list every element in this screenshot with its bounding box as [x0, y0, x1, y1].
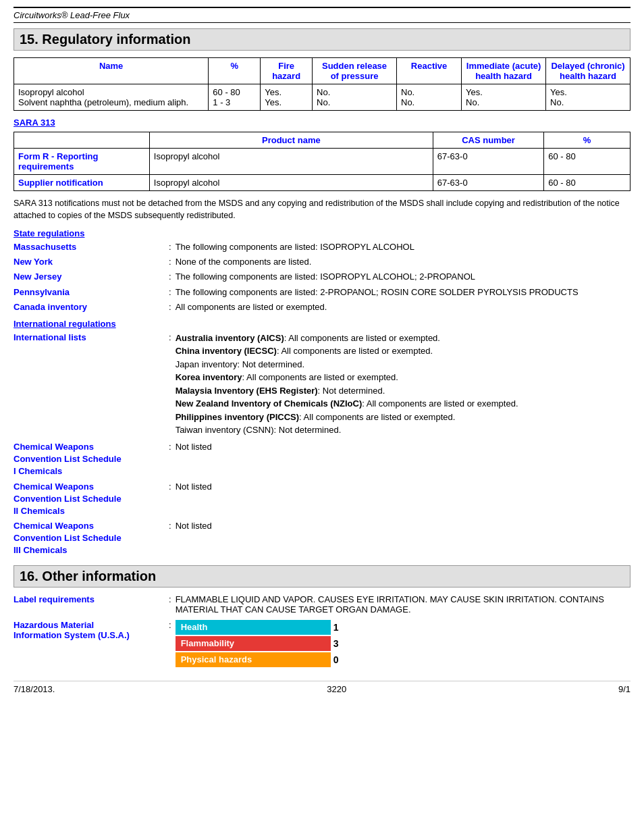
- col-fire: Fire hazard: [261, 58, 313, 84]
- label-req-row: Label requirements : FLAMMABLE LIQUID AN…: [14, 594, 630, 615]
- sara-table: Product name CAS number % Form R - Repor…: [14, 132, 630, 191]
- sara-label-formr: Form R - Reporting requirements: [14, 149, 150, 175]
- sara-col-label: [14, 132, 150, 149]
- state-value-newjersey: The following components are listed: ISO…: [176, 271, 630, 283]
- cell-percent: 60 - 801 - 3: [209, 84, 261, 111]
- sara-percent-supplier: 60 - 80: [544, 175, 630, 191]
- intl-lists-value: Australia inventory (AICS): All componen…: [176, 332, 630, 437]
- state-row-massachusetts: Massachusetts : The following components…: [14, 241, 630, 253]
- state-row-newyork: New York : None of the components are li…: [14, 256, 630, 268]
- footer: 7/18/2013. 3220 9/1: [14, 681, 630, 694]
- state-value-newyork: None of the components are listed.: [176, 256, 630, 268]
- sara-note: SARA 313 notifications must not be detac…: [14, 198, 630, 221]
- cwc-value-2: Not listed: [176, 481, 212, 518]
- cwc-value-1: Not listed: [176, 441, 212, 478]
- col-reactive: Reactive: [397, 58, 462, 84]
- intl-lists-row: International lists : Australia inventor…: [14, 332, 630, 437]
- col-immediate: Immediate (acute) health hazard: [462, 58, 546, 84]
- intl-item-philippines: Philippines inventory (PICCS): All compo…: [176, 412, 456, 422]
- cwc-label-3: Chemical WeaponsConvention List Schedule…: [14, 520, 169, 557]
- col-percent: %: [209, 58, 261, 84]
- hmis-label: Hazardous MaterialInformation System (U.…: [14, 620, 169, 640]
- hmis-health-bar: Health: [176, 620, 331, 635]
- footer-code: 3220: [327, 684, 346, 694]
- sara-label-supplier: Supplier notification: [14, 175, 150, 191]
- state-value-canada: All components are listed or exempted.: [176, 301, 630, 313]
- section15-title: 15. Regulatory information: [14, 28, 630, 51]
- sara-title[interactable]: SARA 313: [14, 118, 630, 128]
- sara-col-product: Product name: [149, 132, 433, 149]
- cwc-row-3: Chemical WeaponsConvention List Schedule…: [14, 520, 630, 557]
- intl-item-china: China inventory (IECSC): All components …: [176, 346, 433, 356]
- intl-item-malaysia: Malaysia Inventory (EHS Register): Not d…: [176, 386, 385, 396]
- hmis-health-row: Health 1: [176, 620, 365, 635]
- cell-delayed: Yes.No.: [546, 84, 630, 111]
- intl-lists-label: International lists: [14, 332, 169, 437]
- hmis-health-value: 1: [333, 622, 347, 633]
- sara-product-supplier: Isopropyl alcohol: [149, 175, 433, 191]
- label-req-label: Label requirements: [14, 594, 169, 615]
- product-name: Circuitworks® Lead-Free Flux: [14, 10, 130, 20]
- footer-page: 9/1: [618, 684, 630, 694]
- intl-item-korea: Korea inventory: All components are list…: [176, 372, 398, 382]
- product-header: Circuitworks® Lead-Free Flux: [14, 7, 630, 23]
- state-row-newjersey: New Jersey : The following components ar…: [14, 271, 630, 283]
- intl-regs-title[interactable]: International regulations: [14, 319, 630, 329]
- hmis-physical-value: 0: [333, 654, 347, 665]
- cell-sudden: No.No.: [313, 84, 397, 111]
- cwc-label-1: Chemical WeaponsConvention List Schedule…: [14, 441, 169, 478]
- hmis-row: Hazardous MaterialInformation System (U.…: [14, 620, 630, 667]
- table-row: Isopropyl alcoholSolvent naphtha (petrol…: [14, 84, 630, 111]
- hmis-flammability-row: Flammability 3: [176, 636, 365, 651]
- state-label-pennsylvania: Pennsylvania: [14, 286, 169, 298]
- state-label-newjersey: New Jersey: [14, 271, 169, 283]
- section16: 16. Other information Label requirements…: [14, 565, 630, 667]
- state-row-canada: Canada inventory : All components are li…: [14, 301, 630, 313]
- state-regs-section: State regulations Massachusetts : The fo…: [14, 228, 630, 313]
- intl-item-taiwan: Taiwan inventory (CSNN): Not determined.: [176, 425, 342, 435]
- intl-item-australia: Australia inventory (AICS): All componen…: [176, 333, 440, 343]
- label-req-value: FLAMMABLE LIQUID AND VAPOR. CAUSES EYE I…: [176, 594, 630, 615]
- sara-cas-formr: 67-63-0: [433, 149, 543, 175]
- hmis-chart: Health 1 Flammability 3 Physical hazards…: [176, 620, 365, 667]
- sara-cas-supplier: 67-63-0: [433, 175, 543, 191]
- cwc-value-3: Not listed: [176, 520, 212, 557]
- col-delayed: Delayed (chronic) health hazard: [546, 58, 630, 84]
- cwc-row-2: Chemical WeaponsConvention List Schedule…: [14, 481, 630, 518]
- hmis-flammability-bar: Flammability: [176, 636, 331, 651]
- cell-reactive: No.No.: [397, 84, 462, 111]
- col-sudden: Sudden release of pressure: [313, 58, 397, 84]
- state-regs-title[interactable]: State regulations: [14, 228, 630, 238]
- state-label-canada: Canada inventory: [14, 301, 169, 313]
- cell-immediate: Yes.No.: [462, 84, 546, 111]
- sara-row-supplier: Supplier notification Isopropyl alcohol …: [14, 175, 630, 191]
- cell-fire: Yes.Yes.: [261, 84, 313, 111]
- state-label-massachusetts: Massachusetts: [14, 241, 169, 253]
- col-name: Name: [14, 58, 209, 84]
- intl-item-japan: Japan inventory: Not determined.: [176, 359, 305, 369]
- sara-col-percent: %: [544, 132, 630, 149]
- regulatory-table: Name % Fire hazard Sudden release of pre…: [14, 57, 630, 111]
- hmis-flammability-value: 3: [333, 638, 347, 649]
- intl-item-nz: New Zealand Inventory of Chemicals (NZIo…: [176, 398, 518, 409]
- section16-title: 16. Other information: [14, 565, 630, 588]
- sara-product-formr: Isopropyl alcohol: [149, 149, 433, 175]
- sara-percent-formr: 60 - 80: [544, 149, 630, 175]
- sara-row-form-r: Form R - Reporting requirements Isopropy…: [14, 149, 630, 175]
- state-label-newyork: New York: [14, 256, 169, 268]
- sara-col-cas: CAS number: [433, 132, 543, 149]
- state-value-pennsylvania: The following components are listed: 2-P…: [176, 286, 630, 298]
- cwc-row-1: Chemical WeaponsConvention List Schedule…: [14, 441, 630, 478]
- cwc-label-2: Chemical WeaponsConvention List Schedule…: [14, 481, 169, 518]
- hmis-physical-row: Physical hazards 0: [176, 652, 365, 667]
- cell-name: Isopropyl alcoholSolvent naphtha (petrol…: [14, 84, 209, 111]
- state-value-massachusetts: The following components are listed: ISO…: [176, 241, 630, 253]
- footer-date: 7/18/2013.: [14, 684, 55, 694]
- state-row-pennsylvania: Pennsylvania : The following components …: [14, 286, 630, 298]
- hmis-physical-bar: Physical hazards: [176, 652, 331, 667]
